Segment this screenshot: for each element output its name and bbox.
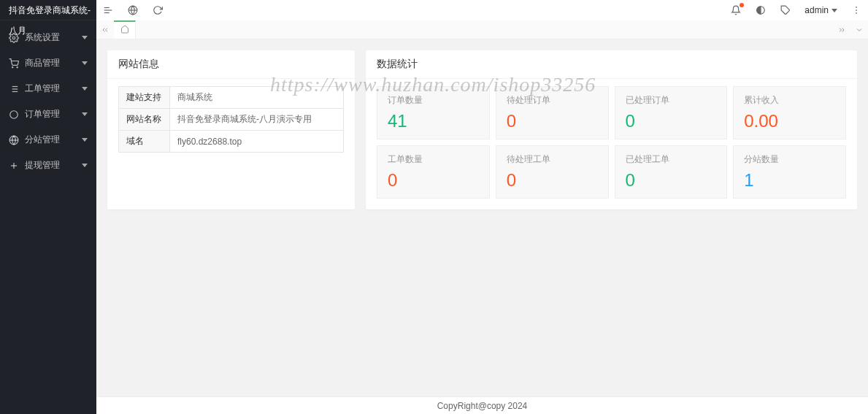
stat-label: 分站数量: [744, 153, 835, 166]
svg-point-23: [856, 12, 857, 14]
info-table: 建站支持 商城系统 网站名称 抖音免登录商城系统-八月演示专用 域名 fly60…: [118, 86, 344, 153]
table-row: 域名 fly60.dz2688.top: [119, 131, 344, 153]
tab-home[interactable]: [114, 20, 136, 39]
bell-icon[interactable]: [730, 4, 742, 16]
theme-icon[interactable]: [755, 4, 767, 16]
stat-value: 0: [507, 111, 598, 131]
circle-icon: [9, 110, 19, 120]
svg-point-9: [10, 110, 18, 118]
sidebar-item-label: 分站管理: [25, 127, 60, 153]
content-area: 网站信息 建站支持 商城系统 网站名称 抖音免登录商城系统-八月演示专用 域名: [96, 39, 868, 396]
sidebar-item-substation[interactable]: 分站管理: [0, 127, 96, 153]
info-value: 抖音免登录商城系统-八月演示专用: [170, 109, 344, 131]
info-label: 网站名称: [119, 109, 170, 131]
svg-point-22: [856, 9, 857, 11]
info-label: 域名: [119, 131, 170, 153]
globe-icon: [9, 135, 19, 145]
chevron-down-icon: [831, 9, 837, 12]
svg-point-21: [856, 7, 857, 8]
cart-icon: [9, 58, 19, 69]
stats-card: 数据统计 订单数量 41 待处理订单 0 已处理订单 0 累: [366, 50, 857, 210]
refresh-icon[interactable]: [152, 4, 164, 16]
app-title: 抖音免登录商城系统-八月: [0, 0, 96, 20]
stat-label: 订单数量: [388, 94, 479, 107]
stat-value: 41: [388, 111, 479, 131]
info-value: fly60.dz2688.top: [170, 131, 344, 153]
tab-menu[interactable]: [850, 20, 868, 39]
stat-pending-ticket: 待处理工单 0: [496, 145, 609, 199]
sidebar-item-label: 提现管理: [25, 153, 60, 178]
stat-label: 待处理工单: [507, 153, 598, 166]
topbar: admin: [96, 0, 868, 20]
sidebar-item-label: 工单管理: [25, 76, 60, 101]
stat-value: 0: [626, 170, 717, 191]
sidebar-item-ticket[interactable]: 工单管理: [0, 76, 96, 101]
stat-ticket-count: 工单数量 0: [377, 145, 490, 199]
stat-pending-order: 待处理订单 0: [496, 86, 609, 139]
table-row: 建站支持 商城系统: [119, 87, 344, 109]
chevron-down-icon: [82, 112, 88, 116]
stat-value: 0.00: [744, 111, 835, 131]
stat-value: 0: [507, 170, 598, 191]
plus-icon: [9, 161, 19, 171]
stat-order-count: 订单数量 41: [377, 86, 490, 139]
user-menu[interactable]: admin: [804, 5, 837, 15]
globe-icon[interactable]: [127, 4, 139, 16]
sidebar-menu: 系统设置 商品管理 工单管理 订单管理: [0, 20, 96, 178]
sidebar-item-system[interactable]: 系统设置: [0, 25, 96, 50]
sidebar-item-label: 订单管理: [25, 101, 60, 127]
user-name: admin: [804, 5, 829, 15]
stat-label: 已处理订单: [626, 94, 717, 107]
sidebar-item-label: 商品管理: [25, 50, 60, 76]
stat-value: 1: [744, 170, 835, 191]
more-icon[interactable]: [850, 4, 862, 16]
home-icon: [120, 25, 129, 36]
info-label: 建站支持: [119, 87, 170, 109]
info-value: 商城系统: [170, 87, 344, 109]
stat-label: 已处理工单: [626, 153, 717, 166]
gear-icon: [9, 33, 19, 43]
sidebar: 抖音免登录商城系统-八月 系统设置 商品管理 工单管理: [0, 0, 96, 414]
sidebar-item-goods[interactable]: 商品管理: [0, 50, 96, 76]
tabbar: [96, 20, 868, 39]
stat-done-ticket: 已处理工单 0: [615, 145, 728, 199]
sidebar-item-label: 系统设置: [25, 25, 60, 50]
note-icon[interactable]: [780, 4, 791, 16]
stat-label: 待处理订单: [507, 94, 598, 107]
stat-value: 0: [388, 170, 479, 191]
table-row: 网站名称 抖音免登录商城系统-八月演示专用: [119, 109, 344, 131]
tab-scroll-left[interactable]: [96, 20, 114, 39]
footer: CopyRight@copy 2024: [96, 396, 868, 414]
main: admin 网站信息 建站支持 商城系统: [96, 0, 868, 414]
notification-dot: [740, 3, 744, 7]
stat-value: 0: [626, 111, 717, 131]
chevron-down-icon: [82, 61, 88, 65]
sidebar-item-order[interactable]: 订单管理: [0, 101, 96, 127]
chevron-down-icon: [82, 87, 88, 91]
stat-label: 工单数量: [388, 153, 479, 166]
tab-scroll-right[interactable]: [833, 20, 850, 39]
svg-point-0: [12, 37, 15, 39]
stat-done-order: 已处理订单 0: [615, 86, 728, 139]
card-title: 数据统计: [366, 50, 857, 79]
stat-substation-count: 分站数量 1: [733, 145, 846, 199]
menu-toggle-icon[interactable]: [102, 4, 114, 16]
card-title: 网站信息: [107, 50, 355, 79]
list-icon: [9, 84, 19, 94]
chevron-down-icon: [82, 164, 88, 167]
chevron-down-icon: [82, 36, 88, 39]
svg-point-2: [17, 66, 18, 67]
website-info-card: 网站信息 建站支持 商城系统 网站名称 抖音免登录商城系统-八月演示专用 域名: [107, 50, 355, 210]
sidebar-item-withdraw[interactable]: 提现管理: [0, 153, 96, 178]
svg-point-1: [12, 66, 13, 67]
stat-label: 累计收入: [744, 94, 835, 107]
chevron-down-icon: [82, 138, 88, 142]
stat-income: 累计收入 0.00: [733, 86, 846, 139]
